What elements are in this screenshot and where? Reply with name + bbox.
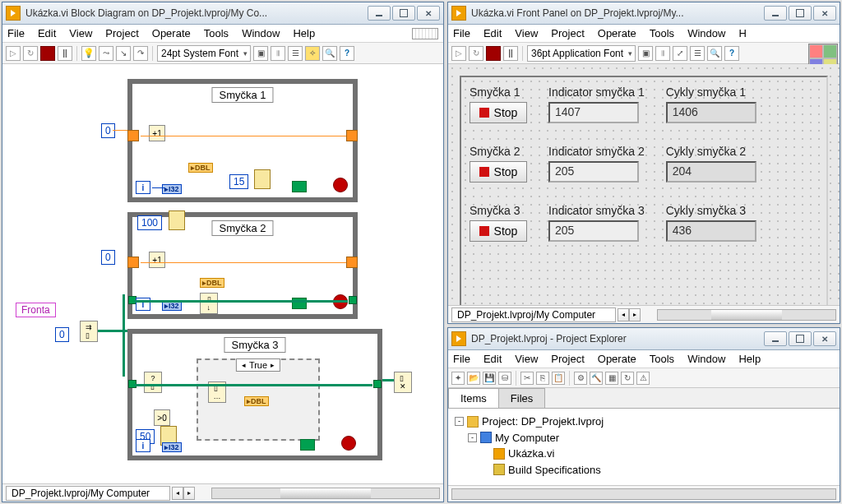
tab-files[interactable]: Files [498, 388, 545, 408]
run-continuous-button[interactable] [469, 46, 483, 61]
path-next-button[interactable]: ▸ [629, 308, 641, 321]
h-scrollbar[interactable] [451, 488, 836, 500]
distribute-button[interactable]: ⫴ [271, 46, 285, 61]
step-into-button[interactable]: ↘ [116, 46, 131, 61]
warning-button[interactable]: ⚠ [636, 372, 650, 385]
tree-project-root[interactable]: - Project: DP_Projekt.lvproj [455, 414, 833, 430]
close-button[interactable]: ✕ [813, 6, 836, 21]
help-button[interactable] [340, 46, 354, 61]
step-over-button[interactable]: ↷ [133, 46, 148, 61]
stop-button-3[interactable]: Stop [470, 220, 527, 242]
menu-window[interactable]: Window [687, 353, 725, 365]
resolve-button[interactable]: ⚙ [574, 372, 587, 385]
i32-indicator-1[interactable]: ▸I32 [162, 184, 182, 194]
new-button[interactable]: ✦ [451, 372, 465, 385]
menu-tools[interactable]: Tools [650, 27, 674, 39]
dbl-indicator-1[interactable]: ▸DBL [188, 163, 213, 173]
reorder-button[interactable]: ☰ [690, 46, 705, 61]
minimize-button[interactable] [764, 331, 787, 346]
wait-ms-node-2[interactable] [169, 210, 185, 230]
shift-reg-right-2[interactable] [346, 257, 358, 268]
while-loop-2[interactable]: Smyčka 2 100 +1 ▸DBL ▯↓ i ▸I32 [127, 212, 358, 319]
minimize-button[interactable] [764, 6, 787, 21]
release-queue-node[interactable]: ▯✕ [394, 372, 412, 393]
h-scrollbar[interactable] [657, 309, 836, 321]
tree-vi-item[interactable]: Ukázka.vi [481, 446, 833, 462]
maximize-button[interactable] [789, 331, 812, 346]
font-selector[interactable]: 24pt System Font [157, 45, 251, 62]
menu-window[interactable]: Window [687, 27, 725, 39]
font-selector[interactable]: 36pt Application Font [527, 45, 636, 62]
menu-edit[interactable]: Edit [483, 353, 502, 365]
menu-tools[interactable]: Tools [650, 353, 674, 365]
collapse-icon[interactable]: - [455, 417, 464, 426]
abort-button[interactable] [40, 46, 55, 61]
menu-edit[interactable]: Edit [38, 27, 56, 39]
compare-node[interactable]: >0 [154, 409, 170, 426]
filter-button[interactable]: ▦ [605, 372, 618, 385]
run-continuous-button[interactable] [23, 46, 38, 61]
menu-view[interactable]: View [515, 27, 538, 39]
path-prev-button[interactable]: ◂ [172, 487, 183, 500]
block-diagram-canvas[interactable]: Fronta 0 ⇉▯ Smyčka 1 +1 ▸DBL 15 i ▸I32 0… [2, 64, 443, 483]
menu-operate[interactable]: Operate [598, 27, 636, 39]
stop-button-1[interactable]: Stop [470, 102, 527, 123]
run-button[interactable] [6, 46, 21, 61]
save-button[interactable]: 💾 [483, 372, 496, 385]
shift-reg-left[interactable] [127, 130, 139, 141]
build-button[interactable]: 🔨 [590, 372, 603, 385]
loop1-init-const[interactable]: 0 [101, 123, 115, 138]
pause-button[interactable] [58, 46, 72, 61]
menu-window[interactable]: Window [242, 27, 280, 39]
menu-project[interactable]: Project [551, 27, 584, 39]
search-button[interactable] [322, 46, 337, 61]
increment-node-2[interactable]: +1 [149, 252, 165, 268]
menu-view[interactable]: View [515, 353, 538, 365]
loop-cond-1[interactable] [333, 178, 348, 192]
tree-my-computer[interactable]: - My Computer [468, 430, 833, 446]
h-scrollbar[interactable] [211, 488, 440, 499]
titlebar[interactable]: DP_Projekt.lvproj - Project Explorer ✕ [448, 328, 840, 350]
menu-operate[interactable]: Operate [152, 27, 191, 39]
metro-const-2[interactable]: 100 [137, 215, 162, 230]
queue-const[interactable]: 0 [55, 327, 69, 342]
pause-button[interactable] [503, 46, 518, 61]
menu-file[interactable]: File [7, 27, 25, 39]
resize-button[interactable]: ⤢ [673, 46, 687, 61]
vi-icon-thumbnail[interactable] [412, 28, 438, 39]
open-button[interactable]: 📂 [467, 372, 480, 385]
refresh-button[interactable]: ↻ [621, 372, 634, 385]
dbl-indicator-2[interactable]: ▸DBL [200, 278, 224, 288]
menu-tools[interactable]: Tools [204, 27, 229, 39]
titlebar[interactable]: Ukázka.vi Front Panel on DP_Projekt.lvpr… [448, 2, 840, 25]
collapse-icon[interactable]: - [468, 433, 477, 442]
i32-indicator-3[interactable]: ▸I32 [162, 442, 182, 452]
menu-help[interactable]: Help [738, 353, 761, 365]
titlebar[interactable]: Ukázka.vi Block Diagram on DP_Projekt.lv… [2, 2, 443, 25]
loop2-init-const[interactable]: 0 [101, 250, 115, 265]
bool-const-1[interactable] [292, 181, 307, 192]
save-all-button[interactable]: ⛁ [498, 372, 511, 385]
reorder-button[interactable]: ☰ [288, 46, 303, 61]
close-button[interactable]: ✕ [813, 331, 836, 346]
case-selector[interactable]: True [236, 358, 280, 372]
menu-project[interactable]: Project [105, 27, 138, 39]
while-loop-1[interactable]: Smyčka 1 +1 ▸DBL 15 i ▸I32 [127, 79, 358, 202]
tab-items[interactable]: Items [448, 388, 499, 408]
menu-view[interactable]: View [69, 27, 92, 39]
metro-const-1[interactable]: 15 [229, 174, 248, 189]
align-button[interactable]: ▣ [253, 46, 268, 61]
maximize-button[interactable] [392, 6, 415, 21]
highlight-exec-button[interactable] [81, 46, 96, 61]
distribute-button[interactable]: ⫴ [655, 46, 670, 61]
stop-button-2[interactable]: Stop [470, 161, 527, 183]
loop-cond-3[interactable] [341, 436, 356, 451]
path-prev-button[interactable]: ◂ [618, 308, 629, 321]
shift-reg-right[interactable] [346, 130, 358, 141]
align-button[interactable]: ▣ [638, 46, 653, 61]
abort-button[interactable] [486, 46, 501, 61]
retain-wires-button[interactable]: ⤳ [99, 46, 113, 61]
shift-reg-left-2[interactable] [127, 257, 139, 268]
help-button[interactable] [724, 46, 739, 61]
path-next-button[interactable]: ▸ [183, 487, 195, 500]
